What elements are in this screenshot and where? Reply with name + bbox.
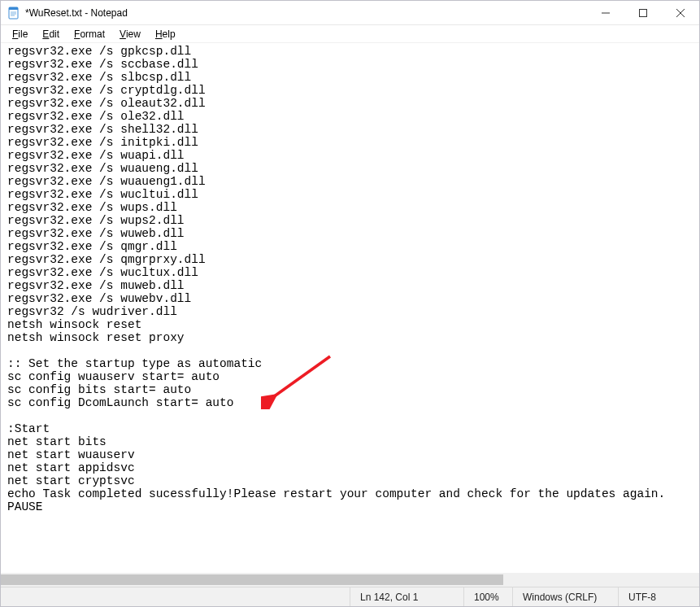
statusbar: Ln 142, Col 1 100% Windows (CRLF) UTF-8 [1,587,699,606]
menu-file[interactable]: File [6,27,34,41]
status-line-ending: Windows (CRLF) [512,587,618,606]
minimize-button[interactable] [587,1,624,24]
menubar: File Edit Format View Help [1,25,699,43]
maximize-button[interactable] [624,1,662,24]
window-controls [587,1,699,24]
svg-rect-1 [9,7,18,10]
notepad-window: *WuReset.txt - Notepad File Edit Format … [0,0,700,607]
horizontal-scrollbar[interactable] [1,573,699,587]
status-cursor-position: Ln 142, Col 1 [350,587,463,606]
text-editor[interactable]: regsvr32.exe /s gpkcsp.dll regsvr32.exe … [1,43,699,573]
scrollbar-thumb[interactable] [1,574,503,585]
window-title: *WuReset.txt - Notepad [25,7,587,19]
status-zoom: 100% [463,587,512,606]
close-button[interactable] [662,1,699,24]
titlebar[interactable]: *WuReset.txt - Notepad [1,1,699,25]
status-encoding: UTF-8 [618,587,699,606]
menu-view[interactable]: View [113,27,147,41]
menu-help[interactable]: Help [149,27,182,41]
notepad-app-icon [7,7,20,20]
menu-edit[interactable]: Edit [36,27,66,41]
svg-rect-6 [640,9,647,16]
scrollbar-track[interactable] [1,573,699,587]
status-spacer [1,587,350,606]
editor-area: regsvr32.exe /s gpkcsp.dll regsvr32.exe … [1,43,699,587]
menu-format[interactable]: Format [67,27,111,41]
